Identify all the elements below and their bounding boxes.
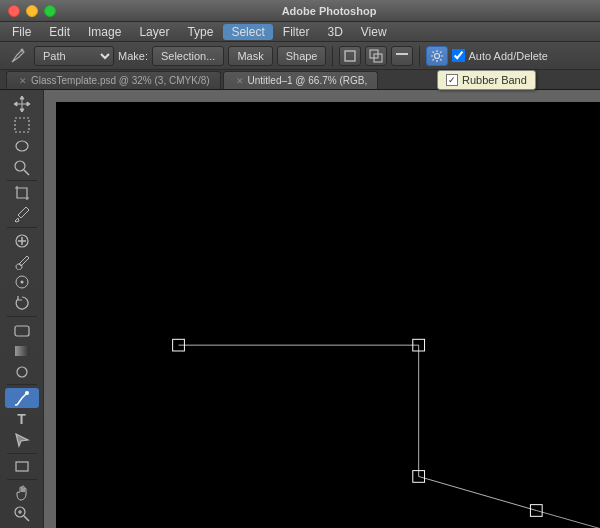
tool-dodge[interactable] (5, 362, 39, 382)
tab-glass-label: GlassTemplate.psd @ 32% (3, CMYK/8) (31, 75, 210, 86)
svg-point-16 (17, 367, 27, 377)
menu-view[interactable]: View (353, 24, 395, 40)
tool-crop[interactable] (5, 183, 39, 203)
menu-layer[interactable]: Layer (131, 24, 177, 40)
tool-path-select[interactable] (5, 430, 39, 450)
tool-hand[interactable] (5, 483, 39, 503)
svg-point-9 (15, 161, 25, 171)
pen-tool-icon (6, 45, 30, 67)
canvas (56, 102, 600, 528)
auto-add-delete-checkbox[interactable] (452, 49, 465, 62)
svg-rect-7 (15, 118, 29, 132)
svg-point-6 (435, 53, 440, 58)
rubber-band-label: Rubber Band (462, 74, 527, 86)
mask-button[interactable]: Mask (228, 46, 272, 66)
toolbar-separator-1 (7, 180, 37, 181)
path-combine-icon[interactable] (365, 46, 387, 66)
tool-pen[interactable] (5, 388, 39, 408)
tab-glass-template[interactable]: ✕ GlassTemplate.psd @ 32% (3, CMYK/8) (6, 71, 221, 89)
menubar: File Edit Image Layer Type Select Filter… (0, 22, 600, 42)
tool-shape[interactable] (5, 457, 39, 477)
menu-type[interactable]: Type (179, 24, 221, 40)
toolbar-separator-5 (7, 453, 37, 454)
tool-quick-select[interactable] (5, 157, 39, 177)
make-label: Make: (118, 50, 148, 62)
toolbar-separator-2 (7, 227, 37, 228)
toolbar-separator-3 (7, 316, 37, 317)
tool-healing[interactable] (5, 231, 39, 251)
menu-file[interactable]: File (4, 24, 39, 40)
tool-marquee[interactable] (5, 115, 39, 135)
svg-line-20 (24, 516, 29, 521)
svg-point-0 (21, 48, 24, 51)
menu-edit[interactable]: Edit (41, 24, 78, 40)
selection-button[interactable]: Selection... (152, 46, 224, 66)
maximize-button[interactable] (44, 5, 56, 17)
svg-rect-23 (173, 339, 185, 351)
tool-type[interactable]: T (5, 409, 39, 429)
menu-filter[interactable]: Filter (275, 24, 318, 40)
minimize-button[interactable] (26, 5, 38, 17)
traffic-lights (8, 5, 56, 17)
svg-line-27 (536, 510, 600, 528)
svg-rect-2 (345, 51, 355, 61)
tool-brush[interactable] (5, 252, 39, 272)
menu-3d[interactable]: 3D (319, 24, 350, 40)
tab-close-icon-2[interactable]: ✕ (236, 76, 244, 86)
app-title: Adobe Photoshop (66, 5, 592, 17)
tool-lasso[interactable] (5, 136, 39, 156)
svg-line-10 (24, 170, 29, 175)
tool-move[interactable] (5, 94, 39, 114)
svg-rect-5 (396, 53, 408, 55)
shape-button[interactable]: Shape (277, 46, 327, 66)
tool-eyedropper[interactable] (5, 204, 39, 224)
svg-rect-24 (413, 339, 425, 351)
tool-gradient[interactable] (5, 341, 39, 361)
tab-untitled-label: Untitled–1 @ 66.7% (RGB, (248, 75, 368, 86)
path-drawing (56, 102, 600, 528)
rubber-band-tooltip: ✓ Rubber Band (437, 70, 536, 90)
divider-1 (332, 46, 333, 66)
tool-mode-select[interactable]: Path Shape Pixels (34, 46, 114, 66)
tab-untitled[interactable]: ✕ Untitled–1 @ 66.7% (RGB, (223, 71, 379, 89)
toolbar-separator-6 (7, 479, 37, 480)
auto-add-delete-label[interactable]: Auto Add/Delete (452, 49, 548, 62)
close-button[interactable] (8, 5, 20, 17)
svg-rect-14 (15, 326, 29, 336)
menu-image[interactable]: Image (80, 24, 129, 40)
svg-rect-18 (16, 462, 28, 471)
tool-history[interactable] (5, 293, 39, 313)
canvas-area[interactable] (44, 90, 600, 528)
svg-rect-25 (413, 471, 425, 483)
svg-rect-26 (530, 505, 542, 517)
toolbar: T (0, 90, 44, 528)
menu-select[interactable]: Select (223, 24, 272, 40)
path-subtract-icon[interactable] (391, 46, 413, 66)
options-bar: Path Shape Pixels Make: Selection... Mas… (0, 42, 600, 70)
svg-point-8 (16, 141, 28, 151)
tool-zoom[interactable] (5, 504, 39, 524)
tool-eraser[interactable] (5, 320, 39, 340)
svg-point-13 (20, 281, 23, 284)
titlebar: Adobe Photoshop (0, 0, 600, 22)
path-new-icon[interactable] (339, 46, 361, 66)
type-letter: T (17, 411, 26, 427)
svg-rect-15 (15, 346, 29, 356)
svg-point-17 (25, 391, 29, 395)
main-layout: T (0, 90, 600, 528)
tool-clone[interactable] (5, 272, 39, 292)
divider-2 (419, 46, 420, 66)
path-settings-icon[interactable] (426, 46, 448, 66)
toolbar-separator-4 (7, 384, 37, 385)
tab-close-icon[interactable]: ✕ (19, 76, 27, 86)
rubber-band-checkbox-icon: ✓ (446, 74, 458, 86)
